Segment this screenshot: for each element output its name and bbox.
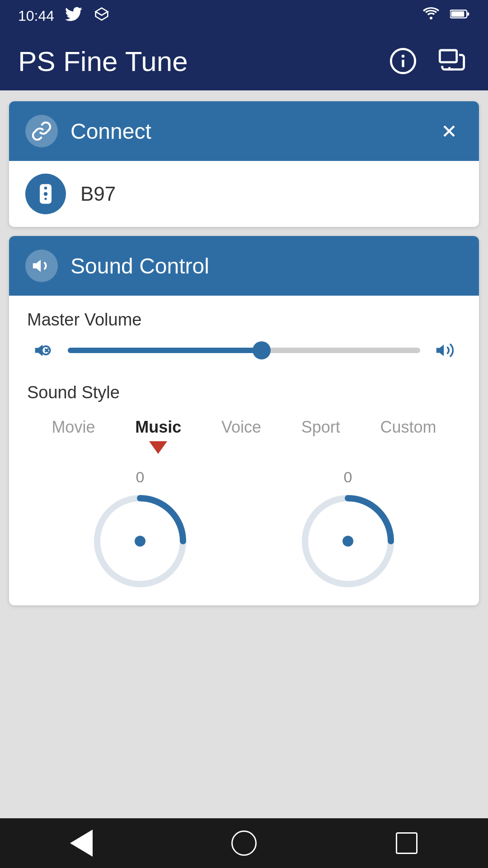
home-button[interactable]: [221, 825, 267, 861]
device-name: B97: [80, 183, 116, 205]
style-voice[interactable]: Voice: [214, 413, 268, 441]
sound-style-label: Sound Style: [27, 383, 461, 402]
connect-card: Connect B97: [9, 101, 479, 227]
slider-thumb: [253, 341, 271, 359]
sound-icon: [25, 250, 58, 282]
wifi-icon: [421, 6, 441, 26]
cast-button[interactable]: [434, 43, 470, 79]
style-sport[interactable]: Sport: [294, 413, 347, 441]
style-music[interactable]: Music: [128, 413, 188, 441]
knob2-value: 0: [344, 468, 352, 486]
home-icon: [231, 830, 257, 856]
volume-row: [27, 340, 461, 360]
volume-label: Master Volume: [27, 310, 461, 330]
sound-control-card: Sound Control Master Volume: [9, 236, 479, 605]
sound-card-header-left: Sound Control: [25, 250, 209, 282]
status-bar: 10:44: [0, 0, 488, 32]
volume-slider[interactable]: [68, 348, 420, 353]
svg-marker-0: [96, 8, 108, 15]
connect-close-button[interactable]: [436, 118, 463, 145]
style-custom[interactable]: Custom: [373, 413, 444, 441]
svg-point-14: [44, 192, 48, 196]
svg-rect-2: [451, 11, 465, 17]
recents-icon: [396, 832, 418, 854]
sound-body: Master Volume: [9, 296, 479, 605]
recents-button[interactable]: [384, 825, 429, 861]
svg-rect-7: [440, 50, 456, 62]
knob2[interactable]: [298, 491, 398, 591]
svg-point-23: [135, 536, 145, 547]
volume-max-icon: [433, 340, 456, 360]
app-header: PS Fine Tune: [0, 32, 488, 90]
cast-status-icon: [93, 7, 110, 25]
style-movie[interactable]: Movie: [44, 413, 102, 441]
status-right: [421, 6, 470, 26]
svg-point-13: [44, 187, 47, 190]
time-display: 10:44: [18, 8, 54, 24]
back-icon: [70, 830, 93, 857]
knob1-container: 0: [90, 468, 190, 591]
twitter-icon: [65, 7, 82, 25]
knob1-value: 0: [136, 468, 145, 486]
navigation-bar: [0, 818, 488, 868]
connect-body: B97: [9, 161, 479, 227]
svg-rect-3: [467, 13, 469, 16]
main-content: Connect B97: [0, 90, 488, 818]
knobs-row: 0 0: [27, 468, 461, 591]
knob1[interactable]: [90, 491, 190, 591]
info-button[interactable]: [385, 43, 421, 79]
knob2-container: 0: [298, 468, 398, 591]
slider-fill: [68, 348, 262, 353]
connect-card-header-left: Connect: [25, 115, 151, 147]
sound-card-header: Sound Control: [9, 236, 479, 296]
connect-card-header: Connect: [9, 101, 479, 161]
svg-point-25: [343, 536, 353, 547]
style-active-indicator: [149, 441, 167, 454]
status-left: 10:44: [18, 7, 110, 25]
connect-icon: [25, 115, 58, 147]
svg-marker-21: [436, 344, 444, 356]
battery-icon: [450, 7, 470, 24]
header-actions: [385, 43, 470, 79]
svg-marker-16: [33, 260, 41, 272]
app-title: PS Fine Tune: [18, 45, 188, 77]
svg-point-15: [44, 198, 47, 200]
device-icon: [25, 174, 66, 214]
volume-mute-icon: [32, 340, 55, 360]
sound-style-options: Movie Music Voice Sport Custom: [27, 413, 461, 441]
sound-title: Sound Control: [70, 254, 209, 278]
back-button[interactable]: [59, 825, 104, 861]
connect-title: Connect: [70, 119, 151, 144]
